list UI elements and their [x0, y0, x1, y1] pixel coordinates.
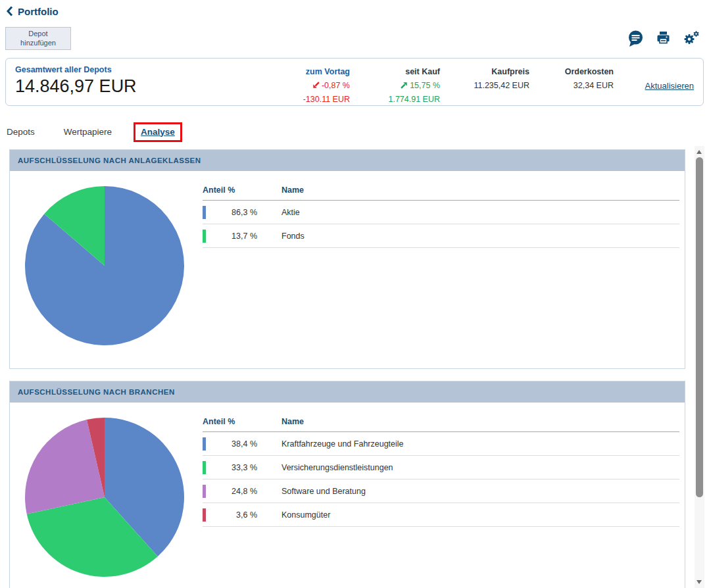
orderkosten-value: 32,34 EUR	[529, 79, 614, 93]
section-cards: AUFSCHLÜSSELUNG NACH ANLAGEKLASSEN Antei…	[9, 149, 685, 588]
scroll-down-arrow[interactable]	[697, 580, 702, 584]
table-row: 13,7 %Fonds	[203, 224, 679, 248]
section-anlageklassen: AUFSCHLÜSSELUNG NACH ANLAGEKLASSEN Antei…	[9, 149, 685, 369]
vertical-scrollbar[interactable]	[695, 146, 704, 588]
trend-up-icon	[401, 82, 408, 89]
table-row: 3,6 %Konsumgüter	[203, 503, 679, 527]
kaufpreis-value: 11.235,42 EUR	[440, 79, 529, 93]
summary-col-kaufpreis: Kaufpreis 11.235,42 EUR	[440, 65, 529, 93]
back-label: Portfolio	[18, 6, 59, 17]
table-row: 33,3 %Versicherungsdienstleistungen	[203, 456, 679, 479]
refresh-link[interactable]: Aktualisieren	[645, 81, 694, 91]
seit-kauf-label: seit Kauf	[350, 65, 440, 79]
scroll-up-arrow[interactable]	[697, 150, 702, 154]
share-table: Anteil % Name 86,3 %Aktie13,7 %Fonds	[203, 180, 679, 248]
analysis-content: AUFSCHLÜSSELUNG NACH ANLAGEKLASSEN Antei…	[0, 146, 709, 588]
total-value-block: Gesamtwert aller Depots 14.846,97 EUR	[15, 65, 264, 97]
portfolio-summary-card: Gesamtwert aller Depots 14.846,97 EUR zu…	[5, 58, 704, 106]
scrollbar-thumb[interactable]	[696, 157, 703, 497]
share-table-rows: 86,3 %Aktie13,7 %Fonds	[203, 201, 679, 248]
column-header-name: Name	[281, 417, 304, 426]
zum-vortag-amount: -130.11 EUR	[264, 93, 350, 107]
orderkosten-label: Orderkosten	[529, 65, 614, 79]
toolbar: Depot hinzufügen	[0, 26, 709, 50]
tab-analyse[interactable]: Analyse	[141, 127, 175, 137]
trend-down-icon	[312, 82, 320, 89]
pie-chart	[24, 185, 185, 346]
column-header-anteil: Anteil %	[203, 185, 281, 195]
settings-icon[interactable]	[682, 30, 700, 47]
column-header-anteil: Anteil %	[203, 417, 281, 426]
print-icon[interactable]	[654, 30, 672, 47]
chevron-left-icon	[6, 6, 13, 16]
refresh-col: Aktualisieren	[614, 65, 694, 93]
share-table-header: Anteil % Name	[203, 180, 679, 201]
share-table-header: Anteil % Name	[203, 412, 679, 432]
back-row: Portfolio	[0, 0, 709, 18]
add-depot-button[interactable]: Depot hinzufügen	[5, 27, 71, 50]
seit-kauf-amount: 1.774.91 EUR	[350, 93, 440, 107]
share-percent: 33,3 %	[206, 463, 257, 472]
section-branchen: AUFSCHLÜSSELUNG NACH BRANCHEN Anteil % N…	[9, 381, 685, 588]
share-table: Anteil % Name 38,4 %Kraftfahrzeuge und F…	[203, 412, 679, 527]
share-name: Kraftfahrzeuge und Fahrzeugteile	[281, 439, 404, 449]
share-percent: 24,8 %	[206, 487, 257, 496]
share-name: Fonds	[281, 232, 305, 241]
comment-icon[interactable]	[627, 30, 645, 47]
zum-vortag-percent: -0,87 %	[264, 79, 350, 93]
section-body: Anteil % Name 86,3 %Aktie13,7 %Fonds	[10, 171, 685, 368]
portfolio-page: Portfolio Depot hinzufügen	[0, 0, 709, 588]
share-name: Versicherungsdienstleistungen	[281, 463, 393, 472]
share-percent: 38,4 %	[206, 439, 257, 449]
summary-col-orderkosten: Orderkosten 32,34 EUR	[529, 65, 614, 93]
kaufpreis-label: Kaufpreis	[440, 65, 529, 79]
total-value: 14.846,97 EUR	[15, 76, 264, 97]
share-table-rows: 38,4 %Kraftfahrzeuge und Fahrzeugteile33…	[203, 432, 679, 527]
seit-kauf-percent: 15,75 %	[350, 79, 440, 93]
share-percent: 13,7 %	[206, 232, 257, 241]
total-value-label: Gesamtwert aller Depots	[15, 65, 264, 74]
table-row: 38,4 %Kraftfahrzeuge und Fahrzeugteile	[203, 432, 679, 456]
share-percent: 3,6 %	[206, 510, 257, 520]
back-to-portfolio-link[interactable]: Portfolio	[6, 6, 59, 17]
share-percent: 86,3 %	[206, 208, 257, 217]
toolbar-icons	[627, 30, 700, 47]
section-title-anlageklassen: AUFSCHLÜSSELUNG NACH ANLAGEKLASSEN	[10, 150, 685, 171]
share-name: Software und Beratung	[281, 487, 366, 496]
summary-col-seit-kauf: seit Kauf 15,75 % 1.774.91 EUR	[350, 65, 440, 107]
section-title-branchen: AUFSCHLÜSSELUNG NACH BRANCHEN	[10, 381, 685, 403]
share-name: Aktie	[281, 208, 300, 217]
share-name: Konsumgüter	[281, 510, 330, 520]
red-annotation-box: Analyse	[134, 122, 182, 142]
section-body: Anteil % Name 38,4 %Kraftfahrzeuge und F…	[10, 403, 685, 588]
zum-vortag-label: zum Vortag	[264, 65, 350, 79]
tab-wertpapiere[interactable]: Wertpapiere	[64, 127, 112, 137]
pie-chart	[24, 417, 185, 577]
table-row: 86,3 %Aktie	[203, 201, 679, 224]
table-row: 24,8 %Software und Beratung	[203, 479, 679, 503]
tab-depots[interactable]: Depots	[7, 127, 35, 137]
summary-col-zum-vortag: zum Vortag -0,87 % -130.11 EUR	[264, 65, 350, 107]
tabs-row: Depots Wertpapiere Analyse	[7, 120, 709, 144]
column-header-name: Name	[281, 185, 304, 195]
